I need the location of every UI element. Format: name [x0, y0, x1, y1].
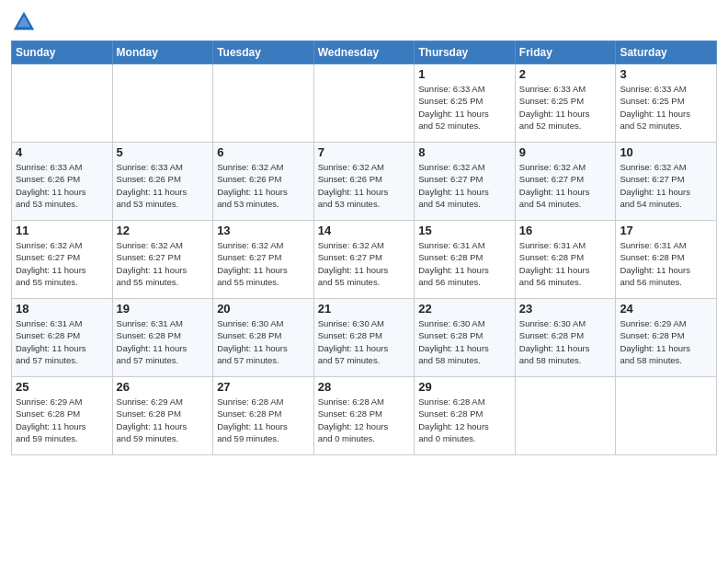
weekday-header-row: SundayMondayTuesdayWednesdayThursdayFrid…	[12, 41, 717, 64]
weekday-header-thursday: Thursday	[415, 41, 516, 64]
weekday-header-friday: Friday	[515, 41, 616, 64]
calendar-week-3: 11Sunrise: 6:32 AMSunset: 6:27 PMDayligh…	[12, 221, 717, 299]
calendar-cell: 20Sunrise: 6:30 AMSunset: 6:28 PMDayligh…	[213, 299, 314, 377]
calendar-cell: 26Sunrise: 6:29 AMSunset: 6:28 PMDayligh…	[112, 377, 213, 455]
weekday-header-monday: Monday	[112, 41, 213, 64]
calendar-cell: 29Sunrise: 6:28 AMSunset: 6:28 PMDayligh…	[415, 377, 516, 455]
day-number: 29	[418, 380, 511, 394]
day-number: 10	[620, 145, 712, 159]
day-info: Sunrise: 6:28 AMSunset: 6:28 PMDaylight:…	[318, 396, 411, 444]
weekday-header-sunday: Sunday	[12, 41, 113, 64]
day-info: Sunrise: 6:31 AMSunset: 6:28 PMDaylight:…	[519, 239, 612, 288]
calendar-cell	[515, 377, 616, 455]
day-info: Sunrise: 6:31 AMSunset: 6:28 PMDaylight:…	[620, 239, 712, 288]
calendar-cell: 5Sunrise: 6:33 AMSunset: 6:26 PMDaylight…	[112, 143, 213, 221]
day-info: Sunrise: 6:31 AMSunset: 6:28 PMDaylight:…	[418, 239, 511, 288]
page-container: SundayMondayTuesdayWednesdayThursdayFrid…	[0, 0, 728, 465]
day-info: Sunrise: 6:31 AMSunset: 6:28 PMDaylight:…	[16, 317, 108, 366]
calendar-cell	[313, 64, 415, 143]
day-info: Sunrise: 6:28 AMSunset: 6:28 PMDaylight:…	[217, 396, 310, 444]
day-info: Sunrise: 6:33 AMSunset: 6:26 PMDaylight:…	[117, 161, 210, 210]
calendar-cell: 22Sunrise: 6:30 AMSunset: 6:28 PMDayligh…	[415, 299, 516, 377]
day-info: Sunrise: 6:33 AMSunset: 6:25 PMDaylight:…	[620, 83, 712, 132]
day-info: Sunrise: 6:31 AMSunset: 6:28 PMDaylight:…	[117, 317, 210, 366]
calendar-cell: 2Sunrise: 6:33 AMSunset: 6:25 PMDaylight…	[515, 64, 616, 143]
calendar-cell: 17Sunrise: 6:31 AMSunset: 6:28 PMDayligh…	[616, 221, 717, 299]
calendar-cell: 27Sunrise: 6:28 AMSunset: 6:28 PMDayligh…	[213, 377, 314, 455]
logo	[11, 9, 40, 35]
day-number: 5	[117, 145, 210, 159]
day-number: 9	[519, 145, 612, 159]
calendar-cell: 24Sunrise: 6:29 AMSunset: 6:28 PMDayligh…	[616, 299, 717, 377]
calendar-cell: 21Sunrise: 6:30 AMSunset: 6:28 PMDayligh…	[313, 299, 415, 377]
calendar-cell: 7Sunrise: 6:32 AMSunset: 6:26 PMDaylight…	[313, 143, 415, 221]
day-number: 8	[418, 145, 511, 159]
calendar-table: SundayMondayTuesdayWednesdayThursdayFrid…	[11, 40, 717, 455]
day-info: Sunrise: 6:29 AMSunset: 6:28 PMDaylight:…	[16, 396, 108, 444]
day-info: Sunrise: 6:32 AMSunset: 6:27 PMDaylight:…	[16, 239, 108, 288]
day-info: Sunrise: 6:32 AMSunset: 6:26 PMDaylight:…	[217, 161, 310, 210]
calendar-week-5: 25Sunrise: 6:29 AMSunset: 6:28 PMDayligh…	[12, 377, 717, 455]
calendar-cell: 13Sunrise: 6:32 AMSunset: 6:27 PMDayligh…	[213, 221, 314, 299]
calendar-cell	[112, 64, 213, 143]
calendar-cell: 18Sunrise: 6:31 AMSunset: 6:28 PMDayligh…	[12, 299, 113, 377]
day-info: Sunrise: 6:33 AMSunset: 6:25 PMDaylight:…	[418, 83, 511, 132]
calendar-cell	[616, 377, 717, 455]
calendar-cell: 10Sunrise: 6:32 AMSunset: 6:27 PMDayligh…	[616, 143, 717, 221]
day-info: Sunrise: 6:33 AMSunset: 6:26 PMDaylight:…	[16, 161, 108, 210]
day-number: 18	[16, 302, 108, 316]
day-number: 13	[217, 224, 310, 237]
day-number: 24	[620, 302, 712, 316]
calendar-cell: 12Sunrise: 6:32 AMSunset: 6:27 PMDayligh…	[112, 221, 213, 299]
calendar-cell: 3Sunrise: 6:33 AMSunset: 6:25 PMDaylight…	[616, 64, 717, 143]
calendar-cell: 19Sunrise: 6:31 AMSunset: 6:28 PMDayligh…	[112, 299, 213, 377]
calendar-cell: 23Sunrise: 6:30 AMSunset: 6:28 PMDayligh…	[515, 299, 616, 377]
day-number: 20	[217, 302, 310, 316]
calendar-cell: 8Sunrise: 6:32 AMSunset: 6:27 PMDaylight…	[415, 143, 516, 221]
day-info: Sunrise: 6:32 AMSunset: 6:27 PMDaylight:…	[318, 239, 411, 288]
day-info: Sunrise: 6:30 AMSunset: 6:28 PMDaylight:…	[519, 317, 612, 366]
day-number: 19	[117, 302, 210, 316]
calendar-cell: 28Sunrise: 6:28 AMSunset: 6:28 PMDayligh…	[313, 377, 415, 455]
day-number: 14	[318, 224, 411, 237]
day-info: Sunrise: 6:33 AMSunset: 6:25 PMDaylight:…	[519, 83, 612, 132]
calendar-cell: 16Sunrise: 6:31 AMSunset: 6:28 PMDayligh…	[515, 221, 616, 299]
header	[11, 9, 717, 35]
day-number: 1	[418, 67, 511, 81]
day-info: Sunrise: 6:30 AMSunset: 6:28 PMDaylight:…	[217, 317, 310, 366]
day-number: 4	[16, 145, 108, 159]
calendar-cell: 1Sunrise: 6:33 AMSunset: 6:25 PMDaylight…	[415, 64, 516, 143]
calendar-week-4: 18Sunrise: 6:31 AMSunset: 6:28 PMDayligh…	[12, 299, 717, 377]
logo-icon	[11, 9, 37, 35]
day-info: Sunrise: 6:30 AMSunset: 6:28 PMDaylight:…	[418, 317, 511, 366]
day-number: 7	[318, 145, 411, 159]
day-info: Sunrise: 6:32 AMSunset: 6:27 PMDaylight:…	[620, 161, 712, 210]
day-number: 23	[519, 302, 612, 316]
weekday-header-saturday: Saturday	[616, 41, 717, 64]
day-number: 26	[117, 380, 210, 394]
weekday-header-wednesday: Wednesday	[313, 41, 415, 64]
calendar-cell: 14Sunrise: 6:32 AMSunset: 6:27 PMDayligh…	[313, 221, 415, 299]
weekday-header-tuesday: Tuesday	[213, 41, 314, 64]
calendar-cell	[12, 64, 113, 143]
day-info: Sunrise: 6:32 AMSunset: 6:27 PMDaylight:…	[519, 161, 612, 210]
day-info: Sunrise: 6:30 AMSunset: 6:28 PMDaylight:…	[318, 317, 411, 366]
calendar-cell: 25Sunrise: 6:29 AMSunset: 6:28 PMDayligh…	[12, 377, 113, 455]
calendar-cell: 6Sunrise: 6:32 AMSunset: 6:26 PMDaylight…	[213, 143, 314, 221]
day-number: 21	[318, 302, 411, 316]
day-number: 2	[519, 67, 612, 81]
calendar-cell: 11Sunrise: 6:32 AMSunset: 6:27 PMDayligh…	[12, 221, 113, 299]
day-info: Sunrise: 6:32 AMSunset: 6:27 PMDaylight:…	[217, 239, 310, 288]
calendar-cell	[213, 64, 314, 143]
day-number: 15	[418, 224, 511, 237]
day-info: Sunrise: 6:29 AMSunset: 6:28 PMDaylight:…	[620, 317, 712, 366]
calendar-cell: 15Sunrise: 6:31 AMSunset: 6:28 PMDayligh…	[415, 221, 516, 299]
day-number: 27	[217, 380, 310, 394]
calendar-cell: 4Sunrise: 6:33 AMSunset: 6:26 PMDaylight…	[12, 143, 113, 221]
day-info: Sunrise: 6:32 AMSunset: 6:26 PMDaylight:…	[318, 161, 411, 210]
day-number: 17	[620, 224, 712, 237]
day-number: 6	[217, 145, 310, 159]
day-number: 22	[418, 302, 511, 316]
day-info: Sunrise: 6:28 AMSunset: 6:28 PMDaylight:…	[418, 396, 511, 444]
day-number: 3	[620, 67, 712, 81]
